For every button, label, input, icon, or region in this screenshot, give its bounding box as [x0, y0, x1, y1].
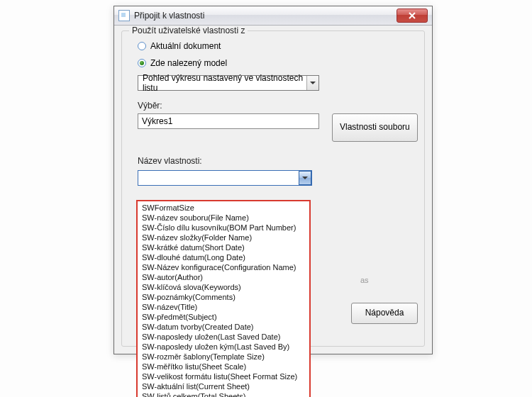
property-name-dropdown[interactable]: SWFormatSizeSW-název souboru(File Name)S…	[136, 200, 311, 397]
help-button[interactable]: Nápověda	[351, 303, 418, 324]
dropdown-item[interactable]: SW-velikost formátu listu(Sheet Format S…	[138, 371, 309, 381]
dropdown-item[interactable]: SW-listů celkem(Total Sheets)	[138, 391, 309, 397]
close-icon	[409, 12, 416, 19]
dropdown-item[interactable]: SW-datum tvorby(Created Date)	[138, 322, 309, 332]
dropdown-item[interactable]: SW-Číslo dílu kusovníku(BOM Part Number)	[138, 223, 309, 233]
dropdown-item[interactable]: SW-název(Title)	[138, 302, 309, 312]
radio-icon	[138, 59, 146, 67]
property-name-label: Název vlastnosti:	[138, 156, 424, 166]
chevron-down-icon	[302, 177, 308, 179]
radio-model-found-here[interactable]: Zde nalezený model	[138, 58, 424, 68]
dropdown-item[interactable]: SW-naposledy uložen kým(Last Saved By)	[138, 342, 309, 352]
app-icon	[118, 10, 130, 21]
dropdown-item[interactable]: SW-měřítko listu(Sheet Scale)	[138, 362, 309, 371]
dropdown-item[interactable]: SW-krátké datum(Short Date)	[138, 242, 309, 252]
drawing-view-value: Pohled výkresu nastavený ve vlastnostech…	[143, 73, 306, 93]
selection-value: Výkres1	[142, 116, 172, 126]
radio-current-document[interactable]: Aktuální dokument	[138, 41, 424, 51]
selection-row: Výkres1 Vlastnosti souboru	[138, 113, 424, 142]
help-label: Nápověda	[365, 308, 404, 318]
property-name-combo[interactable]	[138, 170, 312, 186]
dropdown-item[interactable]: SW-Název konfigurace(Configuration Name)	[138, 262, 309, 272]
close-button[interactable]	[397, 9, 428, 23]
radio-current-label: Aktuální dokument	[150, 41, 221, 51]
dropdown-item[interactable]: SW-aktuální list(Current Sheet)	[138, 381, 309, 391]
selection-label: Výběr:	[138, 101, 424, 111]
titlebar[interactable]: Připojit k vlastnosti	[114, 6, 432, 26]
hint-text: as	[360, 276, 369, 284]
dialog-title: Připojit k vlastnosti	[134, 11, 204, 21]
chevron-down-icon	[310, 82, 316, 84]
dropdown-item[interactable]: SW-klíčová slova(Keywords)	[138, 282, 309, 292]
file-properties-button[interactable]: Vlastnosti souboru	[332, 113, 418, 142]
dropdown-item[interactable]: SW-název souboru(File Name)	[138, 213, 309, 223]
dropdown-item[interactable]: SW-naposledy uložen(Last Saved Date)	[138, 332, 309, 342]
selection-textbox[interactable]: Výkres1	[138, 113, 319, 129]
group-legend: Použít uživatelské vlastnosti z	[129, 26, 248, 35]
dropdown-item[interactable]: SW-autor(Author)	[138, 272, 309, 282]
dropdown-item[interactable]: SW-dlouhé datum(Long Date)	[138, 252, 309, 262]
combo-arrow[interactable]	[299, 171, 311, 185]
dropdown-item[interactable]: SW-poznámky(Comments)	[138, 292, 309, 302]
dropdown-item[interactable]: SW-předmět(Subject)	[138, 312, 309, 322]
radio-icon	[138, 42, 146, 50]
combo-arrow[interactable]	[306, 76, 318, 90]
radio-model-label: Zde nalezený model	[150, 58, 227, 68]
dropdown-item[interactable]: SWFormatSize	[138, 203, 309, 213]
drawing-view-combo[interactable]: Pohled výkresu nastavený ve vlastnostech…	[138, 75, 319, 91]
dropdown-item[interactable]: SW-rozměr šablony(Template Size)	[138, 352, 309, 362]
file-properties-label: Vlastnosti souboru	[340, 123, 410, 133]
dropdown-item[interactable]: SW-název složky(Folder Name)	[138, 233, 309, 242]
